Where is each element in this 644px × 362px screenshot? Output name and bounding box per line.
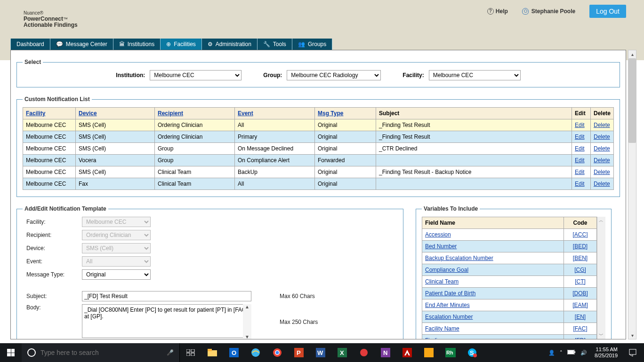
variable-name-link[interactable]: Accession <box>425 231 451 238</box>
tray-people-icon[interactable]: 👤 <box>548 350 555 356</box>
app-icon-rh[interactable]: Rh <box>440 343 461 362</box>
variable-name-link[interactable]: Finding <box>425 337 443 339</box>
table-row[interactable]: Melbourne CECSMS (Cell)GroupOn Message D… <box>23 143 614 155</box>
col-header-recipient[interactable]: Recipient <box>158 110 183 117</box>
scroll-down-icon[interactable]: ﹀ <box>597 331 605 339</box>
ie-icon[interactable] <box>245 343 266 362</box>
user-display[interactable]: Stephanie Poole <box>522 8 575 15</box>
excel-icon[interactable]: X <box>331 343 353 362</box>
col-header-edit: Edit <box>572 108 590 119</box>
edit-link[interactable]: Edit <box>575 134 585 140</box>
variable-name-link[interactable]: Compliance Goal <box>425 267 468 273</box>
taskbar-search[interactable]: 🎤 <box>22 343 180 362</box>
variable-code-link[interactable]: [FD] <box>575 337 586 339</box>
variable-name-link[interactable]: Facility Name <box>425 325 459 332</box>
app-icon-1[interactable] <box>353 343 375 362</box>
col-header-event[interactable]: Event <box>238 110 253 117</box>
variable-code-link[interactable]: [BEN] <box>573 255 588 261</box>
delete-link[interactable]: Delete <box>594 157 610 164</box>
variable-code-link[interactable]: [EN] <box>575 314 586 320</box>
scroll-down-icon[interactable]: ▾ <box>628 331 636 339</box>
msgtype-form-select[interactable]: Original <box>82 269 151 280</box>
institution-select[interactable]: Melbourne CEC <box>150 70 242 80</box>
variable-code-link[interactable]: [CT] <box>575 278 586 285</box>
onenote-icon[interactable]: N <box>375 343 396 362</box>
nav-groups[interactable]: 👥Groups <box>292 39 332 50</box>
variables-fieldset: Variables To Include Field Name Code Acc… <box>416 205 612 339</box>
edit-link[interactable]: Edit <box>575 157 585 164</box>
delete-link[interactable]: Delete <box>594 134 610 140</box>
table-row[interactable]: Melbourne CECSMS (Cell)Ordering Clinicia… <box>23 131 614 143</box>
nav-institutions[interactable]: 🏛Institutions <box>113 39 161 50</box>
variable-name-link[interactable]: End After Minutes <box>425 302 470 308</box>
outlook-icon[interactable]: O <box>223 343 245 362</box>
recipient-form-select: Ordering Clinician <box>82 230 151 240</box>
variable-code-link[interactable]: [FAC] <box>573 325 587 332</box>
skype-icon[interactable]: S <box>461 343 483 362</box>
group-select[interactable]: Melbourne CEC Radiology <box>287 70 381 80</box>
adobe-icon[interactable] <box>396 343 418 362</box>
scroll-up-icon[interactable]: ▴ <box>628 50 636 58</box>
delete-link[interactable]: Delete <box>594 169 610 175</box>
scroll-thumb[interactable] <box>628 58 636 143</box>
start-button[interactable] <box>0 343 22 362</box>
word-icon[interactable]: W <box>310 343 331 362</box>
edit-link[interactable]: Edit <box>575 169 585 175</box>
facility-select[interactable]: Melbourne CEC <box>429 70 521 80</box>
variable-name-link[interactable]: Clinical Team <box>425 278 459 285</box>
edit-link[interactable]: Edit <box>575 122 585 128</box>
task-view-icon[interactable] <box>180 343 201 362</box>
page-scrollbar[interactable]: ▴ ▾ <box>628 50 636 339</box>
body-textarea[interactable]: _Dial [OC800NM] Enter [PC] to get result… <box>82 304 251 338</box>
search-input[interactable] <box>40 349 162 356</box>
delete-link[interactable]: Delete <box>594 145 610 152</box>
nav-tools[interactable]: 🔧Tools <box>258 39 292 50</box>
table-row[interactable]: Melbourne CECFaxClinical TeamAllOriginal… <box>23 178 614 190</box>
table-row[interactable]: Melbourne CECVoceraGroupOn Compliance Al… <box>23 155 614 166</box>
tray-battery-icon[interactable] <box>567 350 576 355</box>
variables-scrollbar[interactable]: ︿ ﹀ <box>597 217 605 339</box>
vars-header-code: Code <box>564 217 597 229</box>
variable-code-link[interactable]: [CG] <box>574 267 586 273</box>
tray-chevron-up-icon[interactable]: ˄ <box>560 350 563 356</box>
variable-name-link[interactable]: Bed Number <box>425 243 457 250</box>
nav-facilities[interactable]: ⊕Facilities <box>161 39 202 50</box>
delete-link[interactable]: Delete <box>594 122 610 128</box>
variable-name-link[interactable]: Backup Escalation Number <box>425 255 493 261</box>
col-header-facility[interactable]: Facility <box>26 110 45 117</box>
body-scrollbar[interactable]: ▲ ▼ <box>243 304 251 339</box>
cell-facility: Melbourne CEC <box>23 119 76 131</box>
nav-icon: 👥 <box>298 41 305 47</box>
variable-code-link[interactable]: [ACC] <box>572 231 588 238</box>
tray-volume-icon[interactable]: 🔊 <box>580 350 587 356</box>
cell-subject: _CTR Declined <box>376 143 572 155</box>
table-row[interactable]: Melbourne CECSMS (Cell)Ordering Clinicia… <box>23 119 614 131</box>
variable-name-link[interactable]: Patient Date of Birth <box>425 290 475 297</box>
edit-link[interactable]: Edit <box>575 145 585 152</box>
notification-center-icon[interactable] <box>625 343 640 362</box>
powerpoint-icon[interactable]: P <box>288 343 310 362</box>
table-row[interactable]: Melbourne CECSMS (Cell)Clinical TeamBack… <box>23 166 614 178</box>
taskbar-clock[interactable]: 11:55 AM 8/25/2019 <box>592 346 620 359</box>
edit-link[interactable]: Edit <box>575 181 585 187</box>
mic-icon[interactable]: 🎤 <box>167 349 174 356</box>
help-link[interactable]: ? Help <box>487 8 508 15</box>
cell-msgtype: Original <box>315 143 376 155</box>
chrome-icon[interactable] <box>266 343 288 362</box>
variable-code-link[interactable]: [DOB] <box>572 290 588 297</box>
delete-link[interactable]: Delete <box>594 181 610 187</box>
variable-name-link[interactable]: Escalation Number <box>425 314 473 320</box>
scroll-up-icon[interactable]: ︿ <box>597 217 605 224</box>
subject-input[interactable] <box>82 291 251 301</box>
col-header-msgtype[interactable]: Msg Type <box>318 110 343 117</box>
nav-administration[interactable]: ⚙Administration <box>202 39 258 50</box>
variable-code-link[interactable]: [BED] <box>573 243 588 250</box>
app-icon-2[interactable] <box>418 343 440 362</box>
variable-code-link[interactable]: [EAM] <box>572 302 588 308</box>
file-explorer-icon[interactable] <box>201 343 223 362</box>
nav-message-center[interactable]: 💬Message Center <box>50 39 113 50</box>
logout-button[interactable]: Log Out <box>589 5 626 18</box>
variable-row: Compliance Goal[CG] <box>422 264 597 276</box>
col-header-device[interactable]: Device <box>79 110 97 117</box>
nav-dashboard[interactable]: Dashboard <box>10 39 50 50</box>
